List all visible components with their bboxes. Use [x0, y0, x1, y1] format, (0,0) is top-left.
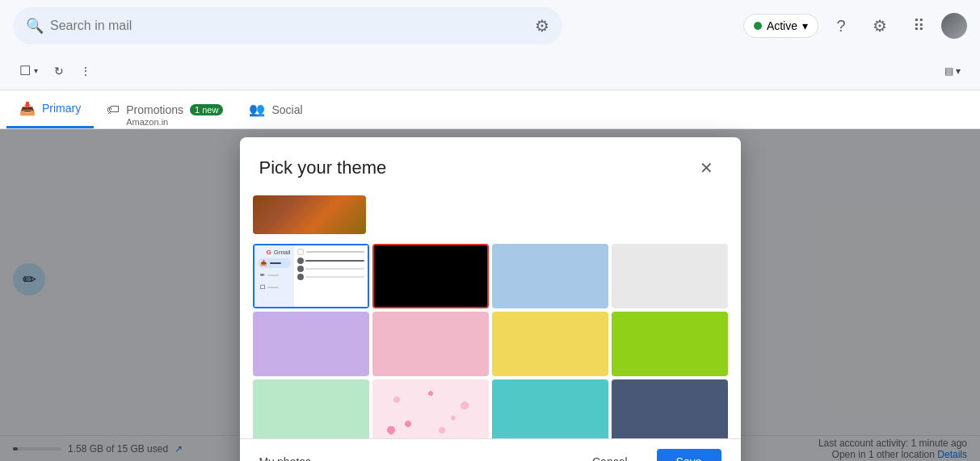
- tag-icon: 🏷: [107, 103, 120, 117]
- theme-yellow[interactable]: [492, 312, 608, 376]
- toolbar: ☐▾ ↻ ⋮ ▤ ▾: [0, 52, 980, 90]
- theme-black[interactable]: [372, 244, 489, 308]
- nav-item-3: ☐: [258, 283, 291, 292]
- email-bar-dark: [305, 260, 364, 262]
- apps-button[interactable]: ⠿: [902, 10, 935, 42]
- refresh-button[interactable]: ↻: [48, 60, 70, 82]
- theme-floral[interactable]: [372, 379, 489, 438]
- email-row-3: [297, 274, 364, 280]
- theme-pink[interactable]: [372, 312, 489, 376]
- promotions-subtitle: Amazon.in: [126, 117, 168, 127]
- email-bar-2: [305, 268, 364, 270]
- theme-green[interactable]: [612, 312, 728, 376]
- promotions-badge: 1 new: [190, 104, 223, 115]
- email-dot-2: [297, 266, 304, 272]
- settings-button[interactable]: ⚙: [864, 10, 896, 42]
- theme-scroll-area[interactable]: G Gmail 📥 ✏: [240, 195, 741, 438]
- email-bar-3: [305, 276, 364, 278]
- search-bar[interactable]: 🔍 ⚙: [13, 7, 562, 44]
- footer-actions: Cancel Save: [573, 449, 721, 461]
- tab-promotions-label: Promotions: [126, 103, 183, 116]
- dialog-footer: My photos Cancel Save: [240, 438, 741, 461]
- more-options-button[interactable]: ⋮: [74, 60, 98, 82]
- status-dropdown-icon: ▾: [802, 19, 808, 32]
- theme-lightgray[interactable]: [612, 244, 728, 308]
- email-dot: [297, 258, 304, 264]
- my-photos-button[interactable]: My photos: [259, 449, 312, 461]
- default-theme-left: G Gmail 📥 ✏: [254, 245, 294, 307]
- tab-social-label: Social: [271, 103, 302, 116]
- more-icon: ⋮: [80, 65, 91, 78]
- refresh-icon: ↻: [54, 65, 64, 78]
- theme-grid: G Gmail 📥 ✏: [253, 244, 728, 438]
- status-dot: [754, 22, 762, 30]
- main-area: ✏ Pick your theme ✕: [0, 129, 980, 461]
- banner-row: [253, 195, 728, 234]
- theme-lavender[interactable]: [253, 312, 369, 376]
- dialog-close-button[interactable]: ✕: [692, 153, 721, 182]
- search-icon: 🔍: [26, 17, 44, 35]
- theme-dialog: Pick your theme ✕: [240, 137, 741, 461]
- theme-lightblue[interactable]: [492, 244, 608, 308]
- theme-mintgreen[interactable]: [253, 379, 369, 438]
- theme-navy[interactable]: [612, 379, 728, 438]
- tabs-bar: 📥 Primary 🏷 Promotions 1 new Amazon.in 👥…: [0, 90, 980, 129]
- modal-overlay: Pick your theme ✕: [0, 129, 980, 461]
- banner-image: [253, 195, 366, 234]
- status-button[interactable]: Active ▾: [743, 14, 818, 38]
- theme-default[interactable]: G Gmail 📥 ✏: [253, 244, 369, 308]
- tab-social[interactable]: 👥 Social: [236, 90, 315, 128]
- status-label: Active: [767, 19, 797, 32]
- save-button[interactable]: Save: [657, 449, 721, 461]
- avatar[interactable]: [941, 13, 967, 39]
- nav-item-2: ✏: [258, 270, 291, 280]
- nav-item-active: 📥: [258, 258, 291, 268]
- topbar: 🔍 ⚙ Active ▾ ? ⚙ ⠿: [0, 0, 980, 52]
- help-button[interactable]: ?: [825, 10, 857, 42]
- email-row-1: [297, 258, 364, 264]
- inbox-icon: 📥: [19, 101, 36, 116]
- tab-primary[interactable]: 📥 Primary: [6, 90, 94, 128]
- topbar-right: Active ▾ ? ⚙ ⠿: [743, 10, 967, 42]
- floral-pattern: [374, 381, 487, 438]
- people-icon: 👥: [249, 102, 265, 117]
- density-button[interactable]: ▤ ▾: [938, 61, 967, 82]
- email-row-2: [297, 266, 364, 272]
- tab-promotions[interactable]: 🏷 Promotions 1 new Amazon.in: [94, 90, 236, 128]
- close-icon: ✕: [700, 158, 713, 178]
- tab-primary-label: Primary: [42, 102, 81, 115]
- cancel-button[interactable]: Cancel: [573, 449, 647, 461]
- select-checkbox[interactable]: ☐▾: [13, 58, 44, 83]
- menu-line: G Gmail: [258, 249, 291, 256]
- dialog-header: Pick your theme ✕: [240, 137, 741, 195]
- search-input[interactable]: [50, 19, 528, 33]
- email-dot-3: [297, 274, 304, 280]
- default-theme-inner: G Gmail 📥 ✏: [254, 245, 368, 307]
- theme-teal[interactable]: [492, 379, 608, 438]
- dialog-title: Pick your theme: [259, 157, 387, 178]
- default-theme-right: [294, 245, 368, 307]
- filter-icon[interactable]: ⚙: [535, 16, 549, 36]
